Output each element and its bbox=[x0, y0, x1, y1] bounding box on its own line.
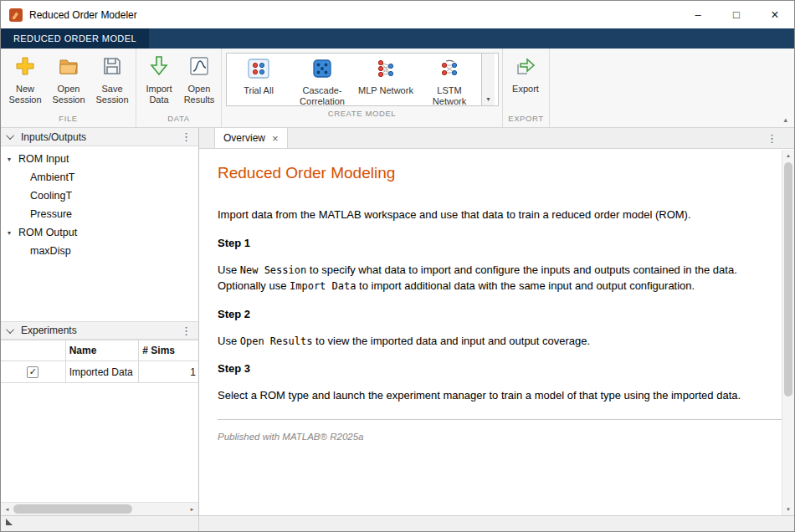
toolbar-section-export: Export EXPORT bbox=[503, 49, 550, 127]
export-label: Export bbox=[512, 84, 539, 95]
mlp-network-icon bbox=[375, 58, 397, 83]
export-arrow-icon bbox=[515, 55, 536, 80]
app-window: Reduced Order Modeler – □ × REDUCED ORDE… bbox=[0, 0, 795, 532]
lstm-network-label: LSTM Network bbox=[422, 85, 477, 107]
trial-all-button[interactable]: Trial All bbox=[227, 54, 290, 105]
export-button[interactable]: Export bbox=[505, 53, 546, 95]
step1-title: Step 1 bbox=[218, 237, 782, 249]
experiment-sims-cell: 1 bbox=[139, 361, 198, 383]
maximize-button[interactable]: □ bbox=[717, 1, 756, 28]
cascade-correlation-label: Cascade-Correlation bbox=[295, 85, 350, 107]
close-button[interactable]: × bbox=[756, 1, 794, 28]
statusbar-left bbox=[1, 516, 199, 531]
collapse-chevron-icon[interactable] bbox=[6, 325, 14, 334]
collapse-ribbon-icon[interactable]: ▴ bbox=[783, 115, 787, 124]
tree-item-rom-input[interactable]: ▾ ROM Input bbox=[1, 150, 198, 168]
scroll-up-icon[interactable]: ▲ bbox=[782, 153, 794, 158]
tree-item-label: Pressure bbox=[30, 208, 72, 220]
mlp-network-label: MLP Network bbox=[358, 85, 413, 96]
name-column-header: Name bbox=[66, 340, 140, 361]
tree-expand-icon[interactable]: ▾ bbox=[8, 156, 18, 163]
save-disk-icon bbox=[101, 55, 123, 80]
vertical-scrollbar-thumb[interactable] bbox=[784, 162, 792, 396]
sims-column-header: # Sims bbox=[139, 340, 198, 361]
content-divider bbox=[218, 419, 782, 420]
open-results-label: Open Results bbox=[179, 84, 219, 105]
new-session-label: New Session bbox=[3, 84, 47, 105]
tree-item-label: ROM Output bbox=[18, 227, 77, 238]
tree-item-coolingt[interactable]: CoolingT bbox=[1, 187, 198, 205]
cascade-correlation-button[interactable]: Cascade-Correlation bbox=[290, 54, 354, 105]
tree-item-maxdisp[interactable]: maxDisp bbox=[1, 242, 198, 260]
experiment-name-cell: Imported Data bbox=[66, 361, 140, 383]
table-row[interactable]: ✓ Imported Data 1 bbox=[1, 361, 198, 383]
vertical-scrollbar[interactable]: ▲ ▼ bbox=[782, 150, 794, 515]
open-results-button[interactable]: Open Results bbox=[179, 53, 219, 105]
document-content: Reduced Order Modeling Import data from … bbox=[199, 149, 794, 515]
inputs-outputs-menu-icon[interactable]: ⋮ bbox=[174, 131, 198, 142]
experiments-header-row: Name # Sims bbox=[1, 340, 198, 361]
sidebar: Inputs/Outputs ⋮ ▾ ROM Input AmbientT Co… bbox=[1, 128, 199, 515]
document-area: Overview × ⋮ Reduced Order Modeling Impo… bbox=[199, 128, 794, 515]
published-footer: Published with MATLAB® R2025a bbox=[218, 432, 782, 442]
window-title: Reduced Order Modeler bbox=[29, 9, 137, 21]
horizontal-scrollbar[interactable]: ◄ ► bbox=[1, 502, 198, 515]
import-data-label: Import Data bbox=[139, 84, 179, 105]
scroll-right-icon[interactable]: ► bbox=[186, 507, 198, 512]
new-session-button[interactable]: New Session bbox=[3, 53, 47, 105]
tree-item-ambientt[interactable]: AmbientT bbox=[1, 168, 198, 187]
experiments-title: Experiments bbox=[21, 325, 77, 336]
new-session-icon bbox=[14, 55, 36, 80]
gallery-dropdown-button[interactable]: ▾ bbox=[481, 54, 495, 105]
results-plot-icon bbox=[188, 55, 210, 80]
lstm-network-button[interactable]: LSTM Network bbox=[418, 54, 481, 105]
inputs-outputs-title: Inputs/Outputs bbox=[21, 131, 86, 143]
collapse-chevron-icon[interactable] bbox=[6, 131, 14, 140]
tree-expand-icon[interactable]: ▾ bbox=[8, 229, 18, 237]
checkbox-column-header bbox=[1, 340, 66, 361]
save-session-label: Save Session bbox=[90, 84, 134, 105]
tree-item-label: ROM Input bbox=[18, 153, 69, 165]
mlp-network-button[interactable]: MLP Network bbox=[354, 54, 418, 105]
experiments-panel-header: Experiments ⋮ bbox=[1, 321, 198, 340]
step2-text: Use bbox=[218, 335, 240, 347]
step1-text: to import additional data with the same … bbox=[356, 279, 695, 292]
step1-text: Use bbox=[218, 263, 240, 276]
save-session-button[interactable]: Save Session bbox=[90, 53, 134, 105]
experiment-checkbox-cell: ✓ bbox=[1, 361, 66, 383]
tree-item-rom-output[interactable]: ▾ ROM Output bbox=[1, 223, 198, 242]
horizontal-scrollbar-thumb[interactable] bbox=[13, 504, 132, 514]
toolbar: New Session Open Session Save Session FI… bbox=[1, 49, 794, 128]
inputs-outputs-panel-header: Inputs/Outputs ⋮ bbox=[1, 128, 198, 146]
minimize-button[interactable]: – bbox=[679, 1, 717, 28]
close-tab-icon[interactable]: × bbox=[272, 133, 279, 144]
experiments-table: Name # Sims ✓ Imported Data 1 bbox=[1, 340, 198, 383]
import-data-button[interactable]: Import Data bbox=[139, 53, 179, 105]
trial-all-icon bbox=[247, 58, 270, 83]
tab-overview[interactable]: Overview × bbox=[214, 127, 288, 148]
cascade-dice-icon bbox=[311, 58, 333, 83]
experiments-menu-icon[interactable]: ⋮ bbox=[174, 325, 198, 336]
section-label-data: DATA bbox=[136, 114, 221, 127]
trial-all-label: Trial All bbox=[244, 85, 274, 96]
open-session-button[interactable]: Open Session bbox=[47, 53, 90, 105]
open-folder-icon bbox=[58, 55, 80, 80]
step2-text: to view the imported data and input and … bbox=[312, 335, 590, 347]
experiment-checkbox[interactable]: ✓ bbox=[27, 366, 38, 378]
new-session-code: New Session bbox=[240, 264, 306, 276]
intro-paragraph: Import data from the MATLAB workspace an… bbox=[218, 207, 782, 223]
layout-grip-icon[interactable] bbox=[5, 514, 13, 529]
scroll-down-icon[interactable]: ▼ bbox=[782, 507, 794, 512]
io-tree: ▾ ROM Input AmbientT CoolingT Pressure ▾… bbox=[1, 146, 198, 321]
import-data-code: Import Data bbox=[290, 280, 356, 292]
tree-item-label: CoolingT bbox=[30, 190, 72, 202]
check-icon: ✓ bbox=[29, 366, 37, 377]
tab-reduced-order-model[interactable]: REDUCED ORDER MODEL bbox=[1, 28, 149, 49]
scroll-left-icon[interactable]: ◄ bbox=[1, 507, 13, 512]
sidebar-empty-space bbox=[1, 383, 198, 502]
tree-item-pressure[interactable]: Pressure bbox=[1, 205, 198, 223]
step2-paragraph: Use Open Results to view the imported da… bbox=[218, 334, 782, 350]
step3-title: Step 3 bbox=[218, 362, 782, 375]
tabbar-menu-icon[interactable]: ⋮ bbox=[767, 132, 794, 145]
statusbar bbox=[1, 515, 794, 531]
